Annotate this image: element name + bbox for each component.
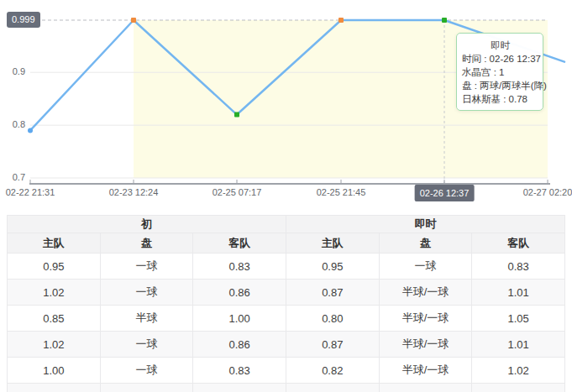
- table-cell: 1.02: [8, 332, 101, 358]
- x-axis-label: 02-25 07:17: [213, 187, 262, 197]
- tooltip-title: 即时: [462, 39, 538, 52]
- x-axis-label-selected[interactable]: 02-26 12:37: [415, 185, 475, 201]
- table-cell: 一球: [100, 332, 193, 358]
- table-column-header: 主队: [286, 233, 379, 253]
- odds-table: 初即时主队盘客队主队盘客队 0.95一球0.830.95一球0.831.02一球…: [7, 215, 565, 392]
- table-cell: [286, 384, 379, 392]
- table-row: 1.02一球0.860.87半球/一球1.01: [8, 280, 565, 306]
- x-axis-label: 02-23 12:24: [109, 187, 159, 197]
- tooltip-home-odds: 水晶宫 : 1: [462, 65, 538, 79]
- chart-tooltip: 即时 时间 : 02-26 12:37 水晶宫 : 1 盘 : 两球/两球半(降…: [456, 33, 543, 111]
- tooltip-away-odds: 日林斯基 : 0.78: [462, 92, 538, 106]
- data-point-marker[interactable]: [442, 18, 447, 23]
- tooltip-handicap: 盘 : 两球/两球半(降): [462, 79, 538, 92]
- table-column-header: 客队: [193, 233, 286, 253]
- data-point-marker[interactable]: [234, 112, 239, 118]
- odds-line-chart: 0.999 0.90.80.702-22 21:3102-23 12:2402-…: [0, 0, 572, 210]
- table-cell: [379, 384, 472, 392]
- table-cell: 0.82: [286, 358, 379, 384]
- table-cell: 0.86: [193, 332, 286, 358]
- table-cell: 1.01: [472, 280, 565, 306]
- table-cell: 0.80: [286, 306, 379, 332]
- table-cell: 半球/一球: [379, 280, 472, 306]
- table-cell: 一球: [100, 253, 193, 280]
- table-cell: 1.02: [472, 358, 565, 384]
- table-column-header: 盘: [100, 233, 193, 253]
- y-axis-label: 0.9: [0, 66, 25, 76]
- table-cell: 0.86: [193, 280, 286, 306]
- table-cell: [100, 384, 193, 392]
- table-cell: 1.02: [8, 280, 101, 306]
- table-cell: 0.85: [8, 306, 101, 332]
- table-cell: 0.83: [193, 253, 286, 280]
- data-point-marker[interactable]: [338, 18, 344, 23]
- table-row: 0.95一球0.830.95一球0.83: [8, 253, 565, 280]
- table-row: 0.85半球1.000.80半球/一球1.05: [8, 306, 565, 332]
- table-cell: 一球: [100, 280, 193, 306]
- table-cell: 0.83: [472, 253, 565, 280]
- table-cell: 1.01: [472, 332, 565, 358]
- table-cell: [472, 384, 565, 392]
- table-cell: [193, 384, 286, 392]
- table-cell: 半球/一球: [379, 358, 472, 384]
- table-row: 1.02一球0.860.87半球/一球1.01: [8, 332, 565, 358]
- table-cell: 一球: [100, 358, 193, 384]
- table-cell: 1.00: [8, 358, 101, 384]
- table-group-header: 即时: [286, 216, 564, 233]
- table-cell: 0.95: [286, 253, 379, 280]
- y-axis-label: 0.7: [0, 172, 25, 182]
- x-axis-label: 02-25 21:45: [317, 187, 366, 197]
- table-cell: 0.83: [193, 358, 286, 384]
- table-cell: 1.00: [193, 306, 286, 332]
- table-cell: 0.87: [286, 280, 379, 306]
- odds-table-wrap: 初即时主队盘客队主队盘客队 0.95一球0.830.95一球0.831.02一球…: [7, 215, 565, 392]
- x-axis-label: 02-22 21:31: [6, 187, 55, 197]
- table-cell: 半球/一球: [379, 306, 472, 332]
- table-column-header: 客队: [472, 233, 565, 253]
- table-cell: 一球: [379, 253, 472, 280]
- table-column-header: 盘: [379, 233, 472, 253]
- table-column-header: 主队: [8, 233, 101, 253]
- data-point-marker[interactable]: [28, 128, 33, 133]
- table-row: [8, 384, 565, 392]
- table-row: 1.00一球0.830.82半球/一球1.02: [8, 358, 565, 384]
- table-cell: 半球/一球: [379, 332, 472, 358]
- data-point-marker[interactable]: [131, 18, 136, 23]
- y-max-badge: 0.999: [7, 12, 40, 28]
- table-group-header: 初: [8, 216, 286, 233]
- y-axis-label: 0.8: [0, 119, 25, 129]
- tooltip-time: 时间 : 02-26 12:37: [462, 52, 538, 65]
- table-cell: [8, 384, 101, 392]
- table-cell: 0.87: [286, 332, 379, 358]
- table-cell: 0.95: [8, 253, 101, 280]
- x-axis-label: 02-27 02:20: [523, 187, 572, 197]
- table-cell: 半球: [100, 306, 193, 332]
- table-cell: 1.05: [472, 306, 565, 332]
